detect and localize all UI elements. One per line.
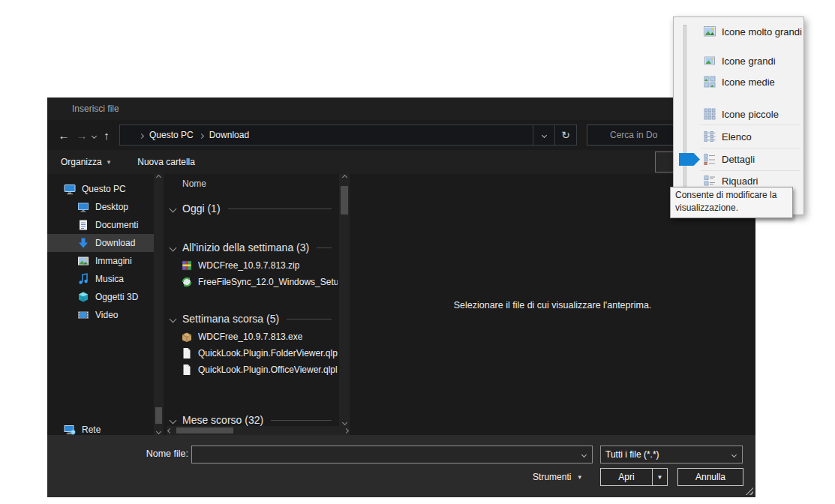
view-menu-item-dettagli[interactable]: Dettagli [704,152,800,166]
group-label: Settimana scorsa (5) [182,313,279,325]
group-header-settimana-scorsa-5[interactable]: Settimana scorsa (5) [167,311,338,326]
chevron-down-icon: ▾ [107,158,111,166]
chevron-down-icon: ▾ [578,473,581,481]
back-button[interactable]: ← [55,129,73,142]
navigation-bar: ← → ↑ Questo PC Download ↻ Cerca in Do [47,120,755,150]
sidebar-item-label: Musica [95,274,124,284]
collapse-chevron-icon[interactable] [170,416,177,424]
cube-icon [77,291,89,303]
sidebar-item-download[interactable]: Download [47,234,154,252]
filename-label: Nome file: [119,448,188,459]
view-menu-item-elenco[interactable]: Elenco [704,129,800,144]
menu-separator [701,148,800,148]
view-slider-thumb[interactable] [679,153,700,166]
scrollbar-thumb[interactable] [176,428,233,434]
file-row-wdcfree-10-9-7-813-zip[interactable]: WDCFree_10.9.7.813.zip [167,258,338,273]
open-dropdown-arrow-icon[interactable]: ▼ [653,474,667,481]
command-bar: Organizza ▾ Nuova cartella [47,150,755,174]
chevron-down-icon[interactable] [575,453,592,457]
collapse-chevron-icon[interactable] [170,315,177,322]
history-chevron-down-icon[interactable] [92,130,96,140]
file-row-wdcfree-10-9-7-813-exe[interactable]: WDCFree_10.9.7.813.exe [167,329,338,344]
magnifier-icon [594,130,605,140]
view-menu-item-icone-grandi[interactable]: Icone grandi [704,53,800,68]
list-vertical-scrollbar[interactable] [339,174,350,426]
sidebar-item-label: Desktop [95,202,128,212]
box-icon [181,331,193,343]
scroll-right-icon[interactable] [344,426,348,435]
sidebar-item-questo-pc[interactable]: Questo PC [47,180,154,198]
filename-combobox[interactable] [191,446,593,464]
new-folder-button[interactable]: Nuova cartella [137,157,195,167]
file-row-quicklook-plugin-officeviewer-qlplu[interactable]: QuickLook.Plugin.OfficeViewer.qlplu [167,362,338,377]
view-menu-item-icone-medie[interactable]: Icone medie [704,74,800,89]
organize-menu-button[interactable]: Organizza ▾ [61,157,110,167]
breadcrumb-item-download[interactable]: Download [205,130,254,140]
sidebar-item-oggetti-3d[interactable]: Oggetti 3D [47,288,154,306]
view-md-icon [704,76,716,88]
collapse-chevron-icon[interactable] [170,205,177,212]
file-name: QuickLook.Plugin.FolderViewer.qlplu [198,348,338,358]
cancel-label: Annulla [695,472,725,482]
file-icon [181,347,193,359]
scrollbar-thumb[interactable] [155,407,162,424]
sidebar-item-musica[interactable]: Musica [47,270,154,288]
dialog-content: Questo PCDesktopDocumentiDownloadImmagin… [47,174,755,435]
up-button[interactable]: ↑ [98,129,116,142]
file-row-quicklook-plugin-folderviewer-qlplu[interactable]: QuickLook.Plugin.FolderViewer.qlplu [167,346,338,361]
network-icon [64,424,76,436]
list-horizontal-scrollbar[interactable] [167,426,350,435]
sidebar-item-video[interactable]: Video [47,306,154,324]
view-menu-item-label: Icone molto grandi [722,26,802,38]
sidebar-item-immagini[interactable]: Immagini [47,252,154,270]
group-header-oggi-1[interactable]: Oggi (1) [167,201,338,216]
file-name: QuickLook.Plugin.OfficeViewer.qlplu [198,364,338,375]
collapse-chevron-icon[interactable] [170,244,177,251]
forward-button[interactable]: → [73,129,91,142]
breadcrumb-item-questo-pc[interactable]: Questo PC [145,130,198,140]
group-header-mese-scorso-32[interactable]: Mese scorso (32) [167,412,338,426]
scroll-down-icon[interactable] [154,430,164,434]
scroll-down-icon[interactable] [339,421,350,424]
view-menu-item-riquadri[interactable]: Riquadri [704,173,800,188]
sidebar-scrollbar[interactable] [154,174,164,435]
menu-separator [701,170,800,171]
file-name: WDCFree_10.9.7.813.zip [198,260,299,271]
sidebar-item-documenti[interactable]: Documenti [47,216,154,234]
scroll-left-icon[interactable] [168,426,172,435]
view-slider-track[interactable] [683,25,686,211]
scrollbar-thumb[interactable] [341,186,348,214]
refresh-button[interactable]: ↻ [554,125,576,145]
column-header-name[interactable]: Nome [182,178,206,189]
search-placeholder: Cerca in Do [610,130,657,140]
title-bar[interactable]: Inserisci file [47,98,755,120]
tools-label: Strumenti [533,472,571,482]
sidebar-item-label: Rete [82,424,101,435]
address-dropdown-button[interactable] [533,125,554,145]
winrar-icon [181,260,193,272]
document-icon [77,219,89,231]
resize-grip[interactable] [745,487,753,495]
desktop-icon [77,201,89,213]
file-row-freefilesync-12-0-windows-setup-ex[interactable]: FreeFileSync_12.0_Windows_Setup.ex [167,274,338,290]
address-bar[interactable]: Questo PC Download ↻ [119,124,577,146]
group-rule [287,319,332,320]
view-menu-item-icone-piccole[interactable]: Icone piccole [704,106,800,122]
sidebar-item-desktop[interactable]: Desktop [47,198,154,216]
filename-input[interactable] [192,449,575,460]
view-menu-item-label: Icone medie [722,76,775,88]
open-split-button[interactable]: Apri ▼ [600,468,668,486]
filetype-combobox[interactable]: Tutti i file (*.*) [600,446,743,464]
preview-message: Selezionare il file di cui visualizzare … [350,300,755,310]
group-header-all-inizio-della-settimana-3[interactable]: All'inizio della settimana (3) [167,240,338,255]
view-menu-item-icone-molto-grandi[interactable]: Icone molto grandi [704,24,800,39]
cancel-button[interactable]: Annulla [677,468,743,486]
scroll-up-icon[interactable] [339,176,350,179]
scroll-up-icon[interactable] [154,176,164,179]
music-icon [77,273,89,285]
tools-menu-button[interactable]: Strumenti ▾ [467,468,581,486]
group-rule [271,420,332,421]
open-button[interactable]: Apri [601,472,652,482]
video-icon [77,309,89,321]
sidebar-item-label: Oggetti 3D [95,292,138,302]
